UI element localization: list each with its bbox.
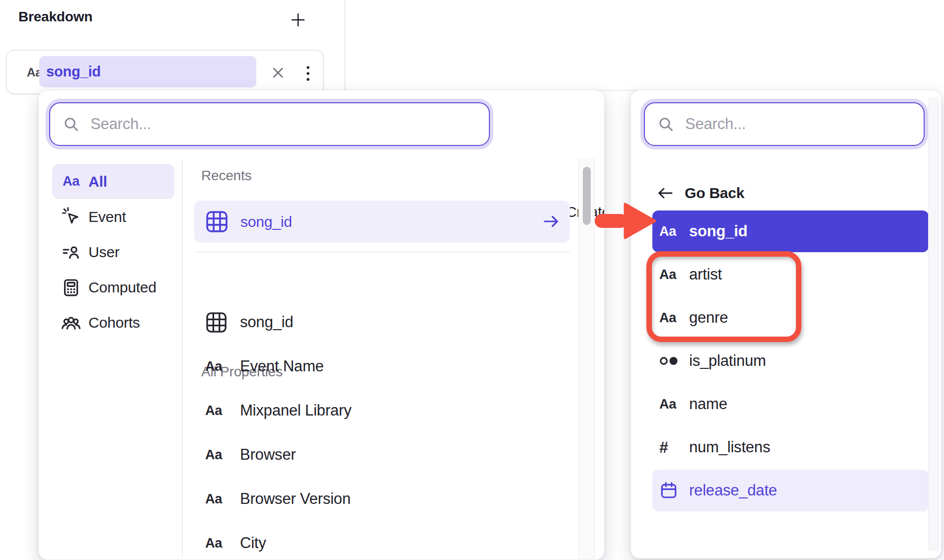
- table-grid-icon: [205, 311, 230, 334]
- sidebar-item-label: All: [88, 173, 107, 190]
- search-box[interactable]: [644, 102, 925, 146]
- subproperty-row-name[interactable]: Aa name: [652, 383, 929, 425]
- property-row-label: Browser Version: [240, 490, 351, 508]
- sidebar-item-label: Event: [88, 209, 126, 225]
- text-type-icon: Aa: [63, 174, 79, 189]
- annotation-arrow: [593, 202, 657, 240]
- text-type-icon: Aa: [205, 447, 222, 463]
- property-row-label: Browser: [240, 446, 296, 464]
- search-icon: [64, 117, 79, 132]
- sidebar-item-label: Cohorts: [88, 314, 140, 331]
- calendar-icon: [659, 481, 683, 500]
- sidebar-item-label: User: [88, 244, 120, 261]
- number-hash-icon: #: [659, 438, 668, 457]
- scrollbar-track[interactable]: [578, 158, 595, 560]
- kebab-menu-icon[interactable]: [305, 65, 311, 82]
- subproperty-label: song_id: [689, 222, 747, 240]
- sidebar-item-label: Computed: [88, 279, 157, 296]
- subproperty-label: num_listens: [689, 438, 770, 456]
- sidebar-divider: [182, 160, 183, 558]
- breakdown-chip-card: Aa song_id: [6, 50, 324, 94]
- sidebar-item-cohorts[interactable]: Cohorts: [52, 305, 174, 340]
- go-back-button[interactable]: Go Back: [657, 185, 744, 202]
- subproperty-row-artist[interactable]: Aa artist: [652, 254, 929, 295]
- drill-in-arrow-icon[interactable]: [543, 213, 559, 229]
- property-row-label: Mixpanel Library: [240, 402, 351, 420]
- remove-breakdown-icon[interactable]: [271, 66, 285, 79]
- text-type-icon: Aa: [659, 224, 676, 239]
- subproperty-row-release-date[interactable]: release_date: [652, 470, 929, 511]
- table-grid-icon: [205, 210, 229, 233]
- search-input[interactable]: [89, 115, 479, 134]
- subproperty-label: release_date: [689, 482, 777, 499]
- property-values-dropdown: Go Back Aa song_id Aa artist Aa genre is…: [630, 90, 942, 559]
- recent-property-song-id[interactable]: song_id: [194, 201, 570, 243]
- property-row-song-id[interactable]: song_id: [194, 300, 570, 344]
- recent-property-label: song_id: [240, 213, 292, 230]
- subproperty-row-genre[interactable]: Aa genre: [652, 297, 929, 339]
- breakdown-chip[interactable]: song_id: [39, 56, 256, 87]
- scrollbar-thumb[interactable]: [583, 167, 591, 225]
- people-group-icon: [60, 312, 82, 333]
- property-row-browser[interactable]: Aa Browser: [194, 433, 570, 477]
- text-type-icon: Aa: [205, 403, 222, 419]
- subproperty-label: is_platinum: [689, 352, 766, 370]
- property-row-label: City: [240, 534, 266, 552]
- event-cursor-icon: [60, 207, 82, 227]
- subproperty-label: name: [689, 395, 727, 413]
- screenshot-canvas: Breakdown Aa song_id Create: [0, 0, 944, 560]
- text-type-icon: Aa: [205, 491, 222, 507]
- subproperty-label: genre: [689, 309, 728, 327]
- subproperty-label: artist: [689, 266, 722, 283]
- back-arrow-icon: [657, 186, 674, 201]
- search-input[interactable]: [684, 115, 914, 134]
- property-row-city[interactable]: Aa City: [194, 521, 570, 560]
- calculator-icon: [60, 278, 82, 297]
- text-type-icon: Aa: [205, 359, 222, 374]
- subproperty-row-is-platinum[interactable]: is_platinum: [652, 340, 929, 382]
- property-row-label: song_id: [240, 313, 293, 331]
- subproperty-row-song-id[interactable]: Aa song_id: [652, 210, 929, 252]
- text-type-icon: Aa: [205, 536, 222, 551]
- add-breakdown-button[interactable]: [290, 12, 306, 28]
- subproperty-row-num-listens[interactable]: # num_listens: [652, 426, 929, 468]
- breakdown-title: Breakdown: [18, 9, 92, 25]
- sidebar-item-user[interactable]: User: [52, 234, 174, 270]
- scrollbar-track[interactable]: [928, 97, 939, 551]
- section-divider: [194, 252, 570, 253]
- text-type-icon: Aa: [659, 267, 676, 282]
- property-row-event-name[interactable]: Aa Event Name: [194, 345, 570, 388]
- search-box[interactable]: [49, 102, 490, 146]
- user-list-icon: [60, 242, 82, 262]
- sidebar-item-computed[interactable]: Computed: [52, 270, 174, 305]
- recents-header: Recents: [201, 168, 251, 184]
- sidebar-item-all[interactable]: Aa All: [52, 164, 174, 199]
- text-type-icon: Aa: [659, 310, 676, 326]
- boolean-toggle-icon: [659, 354, 683, 367]
- property-picker-dropdown: Create Aa All Event U: [38, 90, 605, 560]
- text-type-icon: Aa: [659, 397, 676, 412]
- property-row-browser-version[interactable]: Aa Browser Version: [194, 477, 570, 521]
- go-back-label: Go Back: [685, 185, 744, 202]
- search-icon: [659, 117, 673, 132]
- sidebar-item-event[interactable]: Event: [52, 199, 174, 234]
- panel-divider-vertical: [344, 0, 345, 90]
- property-row-mixpanel-library[interactable]: Aa Mixpanel Library: [194, 389, 570, 432]
- breakdown-chip-label: song_id: [46, 64, 101, 80]
- property-row-label: Event Name: [240, 357, 324, 375]
